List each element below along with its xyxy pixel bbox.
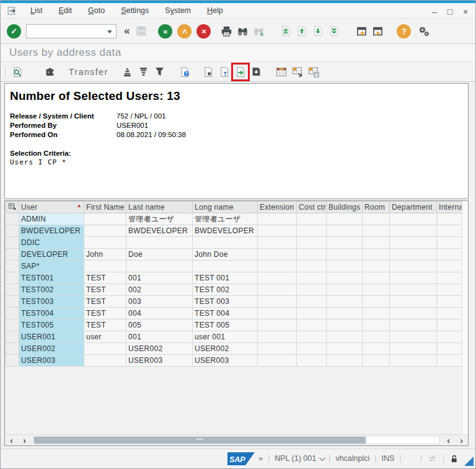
table-cell[interactable] <box>297 308 327 319</box>
table-cell[interactable] <box>437 272 462 284</box>
table-cell[interactable]: DDIC <box>19 237 84 249</box>
table-cell[interactable] <box>297 225 327 237</box>
row-selector[interactable] <box>6 237 19 249</box>
table-cell[interactable] <box>193 237 258 249</box>
table-cell[interactable] <box>437 343 462 355</box>
menu-item-help[interactable]: Help <box>199 6 231 15</box>
table-cell[interactable]: USER002 <box>193 343 258 355</box>
table-cell[interactable]: TEST002 <box>19 284 84 296</box>
table-cell[interactable] <box>84 237 126 249</box>
table-cell[interactable] <box>390 308 437 319</box>
table-cell[interactable] <box>258 319 297 331</box>
lock-icon[interactable] <box>449 453 459 463</box>
local-file-button[interactable] <box>249 64 265 80</box>
table-cell[interactable]: 002 <box>126 284 193 296</box>
table-cell[interactable]: USER002 <box>126 343 193 355</box>
table-cell[interactable]: TEST <box>84 308 126 319</box>
table-cell[interactable]: Doe <box>126 249 193 261</box>
table-cell[interactable] <box>297 249 327 261</box>
row-selector[interactable] <box>6 296 19 308</box>
help-button[interactable]: ? <box>397 24 411 38</box>
table-cell[interactable] <box>327 308 363 319</box>
column-header-buildings[interactable]: Buildings <box>327 202 363 213</box>
table-cell[interactable] <box>297 213 327 225</box>
table-cell[interactable]: 管理者ユーザ <box>193 213 258 225</box>
table-cell[interactable] <box>327 296 363 308</box>
table-cell[interactable]: USER003 <box>193 355 258 367</box>
table-cell[interactable] <box>297 343 327 355</box>
table-cell[interactable]: user <box>84 331 126 343</box>
scrollbar-thumb[interactable]: ••• <box>34 437 366 444</box>
table-cell[interactable] <box>363 272 390 284</box>
row-selector[interactable] <box>6 261 19 272</box>
table-cell[interactable] <box>363 284 390 296</box>
table-cell[interactable]: TEST <box>84 296 126 308</box>
table-cell[interactable] <box>390 225 437 237</box>
table-cell[interactable] <box>84 343 126 355</box>
insert-mode-field[interactable]: INS <box>382 454 395 463</box>
spreadsheet-button[interactable] <box>200 64 216 80</box>
table-cell[interactable] <box>258 331 297 343</box>
table-cell[interactable] <box>327 213 363 225</box>
table-cell[interactable]: 001 <box>126 272 193 284</box>
table-cell[interactable] <box>84 225 126 237</box>
table-cell[interactable] <box>437 249 462 261</box>
sort-descending-button[interactable] <box>136 64 152 80</box>
row-selector[interactable] <box>6 331 19 343</box>
table-cell[interactable] <box>437 355 462 367</box>
sort-ascending-button[interactable] <box>120 64 136 80</box>
table-cell[interactable] <box>258 213 297 225</box>
table-cell[interactable] <box>327 272 363 284</box>
table-cell[interactable]: TEST 005 <box>193 319 258 331</box>
table-cell[interactable] <box>363 225 390 237</box>
scroll-right-button[interactable]: › <box>18 436 31 445</box>
find-button[interactable] <box>234 23 250 39</box>
table-cell[interactable] <box>297 284 327 296</box>
table-cell[interactable]: TEST <box>84 272 126 284</box>
row-selector[interactable] <box>6 284 19 296</box>
table-cell[interactable] <box>327 284 363 296</box>
table-cell[interactable] <box>363 261 390 272</box>
table-cell[interactable]: John <box>84 249 126 261</box>
command-field[interactable] <box>26 24 117 38</box>
menu-item-list[interactable]: List <box>22 6 50 15</box>
table-cell[interactable]: BWDEVELOPER <box>126 225 193 237</box>
column-header-long-name[interactable]: Long name <box>193 202 258 213</box>
table-cell[interactable] <box>327 261 363 272</box>
table-cell[interactable]: TEST 004 <box>193 308 258 319</box>
table-cell[interactable]: 004 <box>126 308 193 319</box>
table-cell[interactable] <box>437 319 462 331</box>
table-cell[interactable] <box>363 319 390 331</box>
table-cell[interactable]: TEST005 <box>19 319 84 331</box>
customize-layout-button[interactable] <box>416 23 432 39</box>
column-header-room[interactable]: Room <box>363 202 390 213</box>
table-cell[interactable] <box>258 343 297 355</box>
table-cell[interactable] <box>363 343 390 355</box>
table-cell[interactable] <box>297 331 327 343</box>
create-shortcut-button[interactable] <box>369 23 386 39</box>
transfer-button[interactable]: Transfer <box>58 67 120 77</box>
table-cell[interactable] <box>390 237 437 249</box>
row-selector[interactable] <box>6 308 19 319</box>
cancel-button[interactable]: × <box>196 24 211 38</box>
back-button[interactable]: « <box>158 24 172 38</box>
table-cell[interactable]: BWDEVELOPER <box>19 225 84 237</box>
exit-button[interactable]: ˄ <box>177 24 192 38</box>
table-cell[interactable] <box>390 331 437 343</box>
table-cell[interactable] <box>327 355 363 367</box>
table-cell[interactable]: TEST 001 <box>193 272 258 284</box>
scroll-right-end-button[interactable]: › <box>455 436 468 445</box>
table-cell[interactable] <box>390 296 437 308</box>
row-selector[interactable] <box>6 249 19 261</box>
scrollbar-track[interactable]: ••• <box>33 436 439 444</box>
export-local-file-button[interactable] <box>232 64 249 80</box>
menu-item-settings[interactable]: Settings <box>113 6 157 15</box>
table-cell[interactable] <box>363 331 390 343</box>
table-cell[interactable]: 005 <box>126 319 193 331</box>
choose-detail-button[interactable] <box>9 64 25 80</box>
table-cell[interactable]: TEST004 <box>19 308 84 319</box>
table-cell[interactable] <box>126 237 193 249</box>
table-cell[interactable] <box>437 331 462 343</box>
table-cell[interactable] <box>297 296 327 308</box>
table-cell[interactable]: TEST 003 <box>193 296 258 308</box>
